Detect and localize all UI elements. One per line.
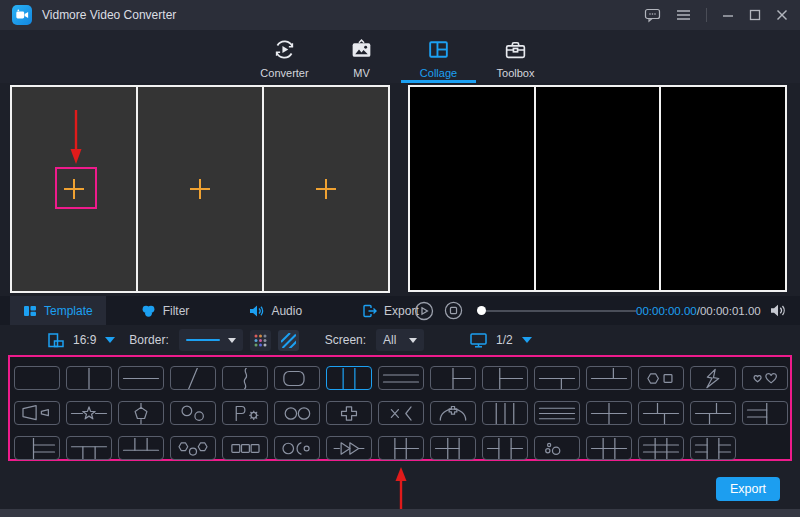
template-col-right-3rows[interactable]	[14, 436, 60, 460]
template-megaphone[interactable]	[14, 401, 60, 425]
panel-tab-audio[interactable]: Audio	[236, 296, 315, 325]
converter-icon	[272, 37, 297, 62]
tab-collage[interactable]: Collage	[400, 30, 477, 83]
template-row-top-3cols[interactable]	[118, 436, 164, 460]
time-display: 00:00:00.00/00:00:01.00	[636, 305, 761, 317]
template-diagonal[interactable]	[170, 366, 216, 390]
template-grid-2x2[interactable]	[586, 401, 632, 425]
template-row-bottom-cols[interactable]	[534, 366, 580, 390]
border-label: Border:	[129, 333, 168, 347]
seek-slider[interactable]	[478, 310, 636, 312]
close-button[interactable]	[776, 9, 788, 21]
editor-cell-2[interactable]	[138, 87, 262, 291]
template-col-grid-c[interactable]	[482, 436, 528, 460]
template-gallery-highlight	[8, 355, 792, 461]
template-split-v2[interactable]	[66, 366, 112, 390]
template-hearts[interactable]	[742, 366, 788, 390]
template-grid-stagger-b[interactable]	[690, 401, 736, 425]
aspect-caret-icon	[105, 337, 115, 343]
window-title: Vidmore Video Converter	[42, 8, 176, 22]
template-grid-3x3[interactable]	[638, 436, 684, 460]
template-cross-bracket[interactable]	[378, 401, 424, 425]
panel-tab-filter[interactable]: Filter	[128, 296, 203, 325]
panel-tabs: Template Filter Audio Export	[0, 296, 400, 325]
add-media-button-2[interactable]	[188, 177, 212, 201]
add-media-button-3[interactable]	[314, 177, 338, 201]
template-hex-circle-hex[interactable]	[170, 436, 216, 460]
template-row-3	[14, 436, 790, 460]
template-pentagon-line[interactable]	[118, 401, 164, 425]
border-color-button[interactable]	[250, 330, 271, 351]
display-page-value: 1/2	[496, 333, 513, 347]
template-col-narrow-rows[interactable]	[482, 366, 528, 390]
template-split-v4[interactable]	[482, 401, 528, 425]
template-star-line[interactable]	[66, 401, 112, 425]
preview-pane	[408, 85, 787, 292]
template-circles-offset[interactable]	[170, 401, 216, 425]
template-split-h2[interactable]	[118, 366, 164, 390]
template-left-rows-col[interactable]	[742, 401, 788, 425]
export-button[interactable]: Export	[716, 477, 780, 501]
preview-cell-3	[661, 87, 785, 290]
template-grid-stagger-a[interactable]	[638, 401, 684, 425]
menu-icon[interactable]	[676, 9, 691, 21]
template-grid-2x3[interactable]	[586, 436, 632, 460]
volume-icon[interactable]	[770, 303, 787, 318]
aspect-ratio-selector[interactable]: 16:9	[48, 333, 115, 348]
highlight-box	[55, 167, 97, 209]
template-col-right-rows[interactable]	[430, 366, 476, 390]
aspect-ratio-icon	[48, 333, 64, 348]
play-button[interactable]	[414, 301, 434, 321]
titlebar-separator	[706, 8, 707, 22]
template-row-top-cols[interactable]	[586, 366, 632, 390]
annotation-arrow-up	[394, 466, 408, 514]
title-bar: Vidmore Video Converter	[0, 0, 800, 30]
screen-caret-icon	[409, 338, 417, 343]
template-split-v3[interactable]	[326, 366, 372, 390]
stop-button[interactable]	[444, 301, 464, 321]
template-curve-v[interactable]	[222, 366, 268, 390]
template-single[interactable]	[14, 366, 60, 390]
template-puzzle[interactable]	[326, 401, 372, 425]
panel-tab-filter-label: Filter	[163, 304, 190, 318]
template-zigzag[interactable]	[690, 366, 736, 390]
template-flag-gear[interactable]	[222, 401, 268, 425]
template-arch-flower[interactable]	[430, 401, 476, 425]
feedback-icon[interactable]	[644, 7, 661, 23]
template-col-grid-a[interactable]	[378, 436, 424, 460]
template-rounded-inset[interactable]	[274, 366, 320, 390]
mv-icon	[349, 37, 374, 62]
editor-cell-3[interactable]	[264, 87, 388, 291]
template-dots[interactable]	[534, 436, 580, 460]
tab-converter[interactable]: Converter	[246, 30, 323, 83]
tab-toolbox[interactable]: Toolbox	[477, 30, 554, 83]
tab-mv[interactable]: MV	[323, 30, 400, 83]
minimize-button[interactable]	[722, 9, 734, 21]
template-circle-semi-dot[interactable]	[274, 436, 320, 460]
template-fast-forward[interactable]	[326, 436, 372, 460]
panel-tab-template[interactable]: Template	[10, 296, 106, 325]
window-bottom-edge	[0, 509, 800, 517]
template-row-bottom-3cols[interactable]	[66, 436, 112, 460]
toolbox-icon	[503, 37, 528, 62]
template-hex-square[interactable]	[638, 366, 684, 390]
template-three-squares[interactable]	[222, 436, 268, 460]
monitor-icon	[470, 333, 487, 348]
template-two-circles[interactable]	[274, 401, 320, 425]
border-style-select[interactable]	[179, 329, 243, 351]
display-page-selector[interactable]: 1/2	[470, 333, 532, 348]
maximize-button[interactable]	[749, 9, 761, 21]
template-col-grid-b[interactable]	[430, 436, 476, 460]
template-split-h4[interactable]	[534, 401, 580, 425]
aspect-ratio-value: 16:9	[73, 333, 96, 347]
panel-tab-template-label: Template	[44, 304, 93, 318]
elapsed-time: 00:00:00.00	[636, 305, 697, 317]
template-gallery	[10, 357, 790, 460]
tab-mv-label: MV	[353, 67, 370, 79]
template-grid-3x3-frame[interactable]	[690, 436, 736, 460]
screen-select[interactable]: All	[376, 329, 424, 351]
template-row-2	[14, 401, 790, 425]
border-pattern-button[interactable]	[278, 330, 299, 351]
tab-toolbox-label: Toolbox	[497, 67, 535, 79]
template-split-h3[interactable]	[378, 366, 424, 390]
